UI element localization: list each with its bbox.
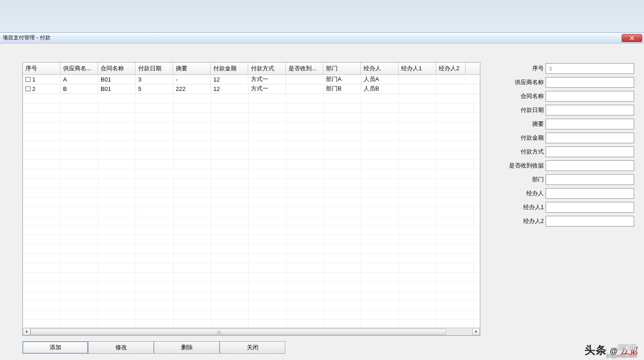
row-checkbox[interactable] (25, 86, 30, 91)
col-handler2[interactable]: 经办人2 (436, 63, 466, 74)
cell-received (286, 78, 323, 80)
cell-amount: 12 (211, 85, 248, 93)
input-summary[interactable] (546, 119, 634, 129)
table-row[interactable]: 2 B B01 5 222 12 方式一 部门B 人员B (23, 84, 480, 94)
cell-handler1 (398, 78, 436, 80)
label-summary: 摘要 (500, 120, 544, 128)
close-icon (630, 36, 634, 40)
scroll-left-arrow[interactable] (23, 328, 30, 335)
col-handler[interactable]: 经办人 (361, 63, 398, 74)
form-panel: 序号 供应商名称 合同名称 付款日期 摘要 付款金额 付款方式 是否收到收据 部… (500, 62, 634, 354)
cell-seq: 1 (32, 76, 35, 83)
table-row[interactable]: 1 A B01 3 - 12 方式一 部门A 人员A (23, 75, 480, 84)
delete-button[interactable]: 删除 (154, 341, 220, 354)
label-handler1: 经办人1 (500, 203, 544, 211)
col-contract[interactable]: 合同名称 (98, 63, 136, 74)
cell-dept: 部门A (323, 75, 361, 84)
col-seq[interactable]: 序号 (23, 63, 60, 74)
label-received: 是否收到收据 (500, 162, 544, 170)
label-handler: 经办人 (500, 189, 544, 197)
cell-received (286, 88, 323, 90)
label-supplier: 供应商名称 (500, 78, 544, 86)
input-handler1[interactable] (546, 202, 634, 213)
col-amount[interactable]: 付款金额 (211, 63, 248, 74)
cell-method: 方式一 (248, 84, 286, 94)
watermark-brand: 经验啦 (618, 344, 637, 352)
col-paydate[interactable]: 付款日期 (136, 63, 173, 74)
grid-background (23, 75, 480, 327)
cell-handler1 (398, 88, 436, 90)
cell-supplier: B (60, 85, 98, 93)
window-title: 项目支付管理 - 付款 (3, 34, 51, 42)
label-contract: 合同名称 (500, 92, 544, 100)
cell-summary: - (173, 75, 211, 84)
cell-handler2 (436, 78, 466, 80)
horizontal-scrollbar[interactable] (23, 327, 480, 335)
input-received[interactable] (546, 160, 634, 171)
cell-handler2 (436, 88, 466, 90)
label-paydate: 付款日期 (500, 106, 544, 114)
button-bar: 添加 修改 删除 关闭 (22, 341, 480, 354)
label-dept: 部门 (500, 176, 544, 184)
input-contract[interactable] (546, 91, 634, 102)
input-dept[interactable] (546, 174, 634, 185)
cell-method: 方式一 (248, 75, 286, 84)
scroll-thumb[interactable] (30, 329, 446, 335)
watermark-site: jingyanla.com (607, 353, 637, 358)
cell-dept: 部门B (323, 84, 361, 94)
label-amount: 付款金额 (500, 134, 544, 142)
close-button[interactable]: 关闭 (220, 341, 285, 354)
add-button[interactable]: 添加 (22, 341, 88, 354)
input-handler2[interactable] (546, 216, 634, 227)
col-dept[interactable]: 部门 (323, 63, 361, 74)
window-close-button[interactable] (622, 34, 642, 42)
cell-paydate: 5 (136, 85, 173, 93)
input-method[interactable] (546, 146, 634, 157)
col-supplier[interactable]: 供应商名... (60, 63, 98, 74)
input-supplier[interactable] (546, 77, 634, 88)
cell-seq: 2 (32, 86, 35, 92)
input-handler[interactable] (546, 188, 634, 199)
cell-paydate: 3 (136, 75, 173, 84)
cell-amount: 12 (211, 75, 248, 84)
col-method[interactable]: 付款方式 (248, 63, 286, 74)
row-checkbox[interactable] (25, 77, 30, 82)
scroll-track[interactable] (30, 328, 472, 335)
cell-contract: B01 (98, 85, 136, 93)
cell-handler: 人员B (361, 84, 398, 94)
input-amount[interactable] (546, 133, 634, 143)
titlebar: 项目支付管理 - 付款 (0, 33, 644, 43)
col-summary[interactable]: 摘要 (173, 63, 211, 74)
label-seq: 序号 (500, 64, 544, 73)
col-received[interactable]: 是否收到... (286, 63, 323, 74)
input-seq[interactable] (546, 63, 634, 74)
label-handler2: 经办人2 (500, 217, 544, 225)
input-paydate[interactable] (546, 105, 634, 116)
cell-supplier: A (60, 75, 98, 84)
label-method: 付款方式 (500, 148, 544, 156)
cell-contract: B01 (98, 75, 136, 84)
table-header-row: 序号 供应商名... 合同名称 付款日期 摘要 付款金额 付款方式 是否收到..… (23, 63, 480, 75)
dialog-window: 项目支付管理 - 付款 序号 供应商名... 合同名称 付款日期 摘要 付款金额… (0, 32, 644, 360)
cell-summary: 222 (173, 85, 211, 93)
scroll-right-arrow[interactable] (472, 328, 480, 335)
data-table[interactable]: 序号 供应商名... 合同名称 付款日期 摘要 付款金额 付款方式 是否收到..… (22, 62, 480, 336)
cell-handler: 人员A (361, 75, 398, 84)
edit-button[interactable]: 修改 (88, 341, 154, 354)
col-handler1[interactable]: 经办人1 (398, 63, 436, 74)
